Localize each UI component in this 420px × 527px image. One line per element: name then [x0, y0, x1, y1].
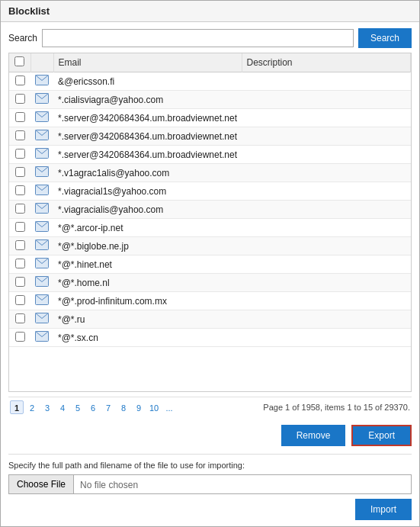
row-checkbox-cell: [9, 219, 30, 237]
envelope-icon: [35, 258, 49, 268]
envelope-icon: [35, 313, 49, 323]
blocklist-window: Blocklist Search Search Email Descriptio…: [0, 0, 420, 527]
row-checkbox-cell: [9, 274, 30, 292]
row-checkbox[interactable]: [15, 204, 25, 214]
page-btn-10[interactable]: 10: [147, 400, 161, 414]
row-icon-cell: [30, 146, 53, 164]
blocklist-table: Email Description &@ericsson.fi *.cialis…: [9, 53, 411, 347]
row-checkbox[interactable]: [15, 222, 25, 232]
envelope-icon: [35, 203, 49, 214]
import-button[interactable]: Import: [355, 499, 412, 520]
row-email: &@ericsson.fi: [53, 72, 242, 91]
row-checkbox-cell: [9, 164, 30, 182]
row-description: [242, 146, 411, 164]
row-checkbox[interactable]: [15, 76, 25, 85]
row-checkbox[interactable]: [15, 295, 25, 305]
row-checkbox[interactable]: [15, 130, 25, 140]
table-row: *@*.home.nl: [9, 274, 411, 292]
row-checkbox[interactable]: [15, 332, 25, 342]
search-input[interactable]: [42, 29, 354, 47]
envelope-icon: [35, 93, 49, 104]
page-ellipsis: ...: [162, 400, 176, 414]
search-label: Search: [8, 33, 37, 43]
page-btn-8[interactable]: 8: [117, 400, 130, 414]
search-row: Search Search: [8, 28, 412, 48]
header-checkbox-cell: [9, 53, 30, 72]
envelope-icon: [35, 166, 49, 177]
row-checkbox-cell: [9, 329, 30, 347]
page-btn-9[interactable]: 9: [132, 400, 146, 414]
row-email: *@*.hinet.net: [53, 255, 242, 274]
row-checkbox[interactable]: [15, 277, 25, 287]
import-btn-row: Import: [8, 499, 412, 520]
choose-file-button[interactable]: Choose File: [8, 474, 74, 494]
row-description: [242, 310, 411, 329]
row-icon-cell: [30, 255, 53, 274]
row-description: [242, 91, 411, 109]
page-btn-6[interactable]: 6: [86, 400, 100, 414]
remove-button[interactable]: Remove: [281, 425, 346, 446]
page-btn-5[interactable]: 5: [71, 400, 85, 414]
table-row: *@*.biglobe.ne.jp: [9, 237, 411, 255]
pagination-row: 12345678910... Page 1 of 1958, items 1 t…: [8, 397, 412, 417]
row-description: [242, 219, 411, 237]
header-icon-cell: [30, 53, 53, 72]
row-email: *@*.prod-infinitum.com.mx: [53, 292, 242, 310]
row-checkbox-cell: [9, 91, 30, 109]
import-label: Specify the full path and filename of th…: [8, 461, 412, 470]
header-email: Email: [53, 53, 242, 72]
envelope-icon: [35, 221, 49, 232]
row-description: [242, 329, 411, 347]
row-checkbox[interactable]: [15, 149, 25, 159]
row-checkbox[interactable]: [15, 112, 25, 122]
row-checkbox-cell: [9, 255, 30, 274]
header-checkbox[interactable]: [14, 56, 24, 66]
row-icon-cell: [30, 237, 53, 255]
page-btn-3[interactable]: 3: [40, 400, 54, 414]
row-checkbox[interactable]: [15, 185, 25, 195]
export-button[interactable]: Export: [351, 425, 412, 446]
row-checkbox[interactable]: [15, 313, 25, 323]
row-checkbox-cell: [9, 109, 30, 127]
table-header-row: Email Description: [9, 53, 411, 72]
row-email: *@*.ru: [53, 310, 242, 329]
row-email: *.v1agrac1alis@yahoo.com: [53, 164, 242, 182]
row-description: [242, 274, 411, 292]
table-container: Email Description &@ericsson.fi *.cialis…: [8, 53, 412, 392]
envelope-icon: [35, 185, 49, 195]
page-btn-7[interactable]: 7: [101, 400, 115, 414]
table-row: *@*.prod-infinitum.com.mx: [9, 292, 411, 310]
search-button[interactable]: Search: [358, 28, 412, 48]
row-email: *@*.biglobe.ne.jp: [53, 237, 242, 255]
row-description: [242, 127, 411, 146]
row-checkbox[interactable]: [15, 240, 25, 250]
row-email: *.viagracialis@yahoo.com: [53, 201, 242, 219]
row-description: [242, 72, 411, 91]
row-icon-cell: [30, 109, 53, 127]
action-row: Remove Export: [8, 422, 412, 449]
row-email: *.viagracial1s@yahoo.com: [53, 182, 242, 201]
row-icon-cell: [30, 274, 53, 292]
row-email: *.cialisviagra@yahoo.com: [53, 91, 242, 109]
row-icon-cell: [30, 292, 53, 310]
import-section: Specify the full path and filename of th…: [8, 454, 412, 520]
row-checkbox[interactable]: [15, 259, 25, 268]
row-icon-cell: [30, 91, 53, 109]
envelope-icon: [35, 75, 49, 85]
row-checkbox[interactable]: [15, 167, 25, 177]
envelope-icon: [35, 276, 49, 287]
row-checkbox[interactable]: [15, 94, 25, 104]
page-numbers: 12345678910...: [10, 400, 176, 414]
row-checkbox-cell: [9, 146, 30, 164]
table-row: &@ericsson.fi: [9, 72, 411, 91]
page-btn-4[interactable]: 4: [56, 400, 69, 414]
row-description: [242, 201, 411, 219]
envelope-icon: [35, 239, 49, 250]
page-btn-1[interactable]: 1: [10, 400, 24, 414]
table-row: *.server@3420684364.um.broadviewnet.net: [9, 146, 411, 164]
window-title: Blocklist: [1, 1, 419, 22]
page-btn-2[interactable]: 2: [25, 400, 39, 414]
table-body: &@ericsson.fi *.cialisviagra@yahoo.com *…: [9, 72, 411, 347]
envelope-icon: [35, 148, 49, 159]
table-row: *.viagracialis@yahoo.com: [9, 201, 411, 219]
